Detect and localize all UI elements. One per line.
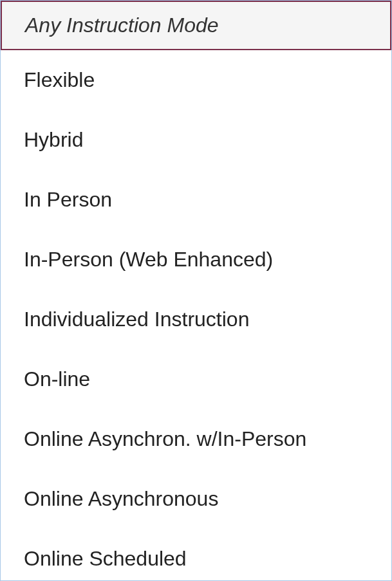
dropdown-selected-value[interactable]: Any Instruction Mode [1,1,391,50]
dropdown-option-in-person-web-enhanced[interactable]: In-Person (Web Enhanced) [1,230,391,290]
dropdown-option-online-asynchron-in-person[interactable]: Online Asynchron. w/In-Person [1,409,391,469]
dropdown-option-online-scheduled[interactable]: Online Scheduled [1,529,391,581]
dropdown-option-in-person[interactable]: In Person [1,170,391,230]
dropdown-option-hybrid[interactable]: Hybrid [1,110,391,170]
dropdown-option-on-line[interactable]: On-line [1,349,391,409]
dropdown-option-individualized-instruction[interactable]: Individualized Instruction [1,290,391,349]
dropdown-option-flexible[interactable]: Flexible [1,50,391,110]
dropdown-options-list: Flexible Hybrid In Person In-Person (Web… [1,50,391,581]
dropdown-option-online-asynchronous[interactable]: Online Asynchronous [1,469,391,529]
instruction-mode-dropdown: Any Instruction Mode Flexible Hybrid In … [0,0,392,581]
